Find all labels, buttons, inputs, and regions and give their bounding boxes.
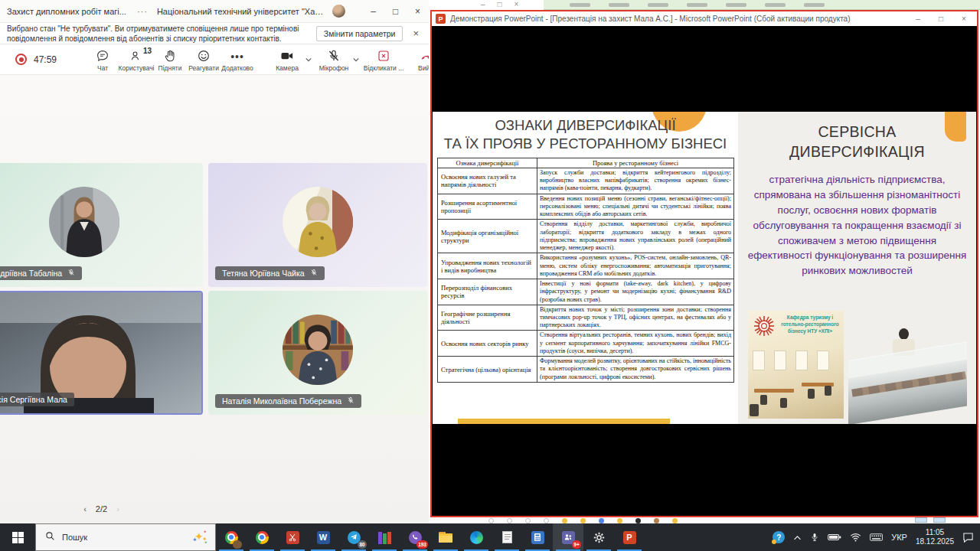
taskbar-telegram-icon[interactable]: 80 bbox=[338, 523, 369, 551]
participant-tile[interactable]: на Андріївна Табаліна bbox=[0, 163, 203, 287]
chat-icon bbox=[96, 47, 109, 63]
taskbar-file-explorer-icon[interactable] bbox=[430, 523, 461, 551]
react-smiley-icon bbox=[197, 47, 211, 63]
clock-emoji-icon[interactable] bbox=[507, 518, 512, 523]
camera-button[interactable]: Камера bbox=[268, 47, 306, 72]
participant-tile-active-speaker[interactable]: астасія Сергіївна Мала bbox=[0, 291, 203, 415]
table-row: Розширення асортиментної пропозиціїВведе… bbox=[438, 194, 734, 220]
minimize-button[interactable]: – bbox=[362, 0, 384, 23]
taskbar-settings-icon[interactable] bbox=[583, 523, 614, 551]
meeting-timer: 47:59 bbox=[34, 54, 57, 65]
clock-date: 18.12.2025 bbox=[916, 537, 954, 547]
microphone-button[interactable]: Мікрофон bbox=[314, 47, 354, 72]
start-button[interactable] bbox=[0, 523, 35, 551]
help-tray-icon[interactable]: ? bbox=[773, 531, 785, 543]
slide: ОЗНАКИ ДИВЕРСИФІКАЦІЇ ТА ЇХ ПРОЯВ У РЕСТ… bbox=[433, 112, 976, 424]
mic-muted-icon bbox=[347, 396, 354, 406]
recall-control-button[interactable]: Відкликати ... bbox=[361, 47, 406, 72]
dismiss-notification-icon[interactable]: × bbox=[403, 28, 429, 39]
powerpoint-share-region: – □ × P Демонстрация PowerPoint - [Презе… bbox=[429, 0, 980, 523]
department-cafe-photo: Кафедра туризму і готельно-ресторанного … bbox=[748, 311, 844, 419]
ppt-maximize-button[interactable]: □ bbox=[932, 15, 950, 23]
tab-more-icon[interactable]: ··· bbox=[137, 7, 148, 16]
battery-tray-icon[interactable] bbox=[828, 533, 841, 542]
participant-avatar bbox=[49, 187, 119, 257]
pinned-apps: W 80 193 bbox=[216, 523, 645, 551]
smiley-emoji-icon[interactable] bbox=[672, 518, 678, 523]
ppt-minimize-button[interactable]: – bbox=[909, 15, 927, 23]
action-center-icon[interactable] bbox=[962, 532, 974, 543]
desktop-screen: Захист дипломних робіт магі... ··· Націо… bbox=[0, 0, 980, 551]
table-row: Географічне розширення діяльностіВідкрит… bbox=[438, 305, 734, 331]
close-button[interactable]: × bbox=[407, 0, 429, 23]
bg-minimize-button[interactable]: – bbox=[481, 0, 485, 8]
bg-maximize-button[interactable]: □ bbox=[498, 0, 502, 8]
slide-right-panel: СЕРВІСНА ДИВЕРСИФІКАЦІЯ стратегічна діял… bbox=[738, 112, 976, 424]
maximize-button[interactable]: □ bbox=[384, 0, 407, 23]
dark-emoji-icon[interactable] bbox=[635, 518, 641, 523]
participant-avatar bbox=[283, 315, 353, 385]
teams-meeting-window: Захист дипломних робіт магі... ··· Націо… bbox=[0, 0, 429, 523]
taskbar-snipping-tool-icon[interactable] bbox=[277, 523, 308, 551]
brown-emoji-icon[interactable] bbox=[654, 518, 659, 523]
taskbar-viber-icon[interactable]: 193 bbox=[400, 523, 430, 551]
recording-indicator-icon bbox=[15, 54, 27, 65]
previous-page-arrow[interactable]: ‹ bbox=[83, 504, 87, 514]
taskbar-calculator-icon[interactable] bbox=[522, 523, 553, 551]
participant-tile[interactable]: Тетяна Юріївна Чайка bbox=[208, 163, 427, 287]
viber-badge: 193 bbox=[416, 540, 428, 549]
table-row: Стратегічна (цільова) орієнтаціяФормуван… bbox=[438, 357, 734, 383]
diversification-table: Ознака диверсифікації Проява у ресторанн… bbox=[437, 158, 734, 383]
table-row: Упровадження нових технологій і видів ви… bbox=[438, 253, 734, 279]
wifi-tray-icon[interactable] bbox=[850, 533, 861, 542]
clock-emoji-icon[interactable] bbox=[488, 518, 494, 523]
taskbar-winrar-icon[interactable] bbox=[369, 523, 400, 551]
taskbar-clock[interactable]: 11:05 18.12.2025 bbox=[916, 528, 954, 547]
taskbar-notepad-icon[interactable] bbox=[492, 523, 522, 551]
clock-emoji-icon[interactable] bbox=[525, 518, 531, 523]
service-diversification-definition: стратегічна діяльність підприємства, спр… bbox=[738, 172, 976, 279]
meeting-toolbar: 47:59 Чат 13 Користувачі bbox=[0, 44, 429, 75]
next-page-arrow[interactable]: › bbox=[116, 504, 119, 514]
change-settings-button[interactable]: Змінити параметри bbox=[316, 26, 403, 41]
slide-title: ОЗНАКИ ДИВЕРСИФІКАЦІЇ ТА ЇХ ПРОЯВ У РЕСТ… bbox=[433, 116, 738, 154]
background-mini-icons bbox=[915, 517, 946, 523]
taskbar-chrome-profile1-icon[interactable] bbox=[216, 523, 247, 551]
cancel-box-icon bbox=[377, 47, 390, 63]
more-options-button[interactable]: ••• Додатково bbox=[220, 47, 254, 72]
ppt-close-button[interactable]: × bbox=[955, 15, 973, 23]
smiley-emoji-icon[interactable] bbox=[562, 518, 567, 523]
raise-hand-button[interactable]: Підняти bbox=[153, 47, 187, 72]
slide-left-panel: ОЗНАКИ ДИВЕРСИФІКАЦІЇ ТА ЇХ ПРОЯВ У РЕСТ… bbox=[433, 112, 738, 424]
taskbar-word-icon[interactable]: W bbox=[308, 523, 338, 551]
teams-meeting-tab[interactable]: Захист дипломних робіт магі... bbox=[0, 7, 126, 16]
taskbar-search-box[interactable]: Пошук ✦ ✦ ✦ ● ● bbox=[35, 523, 216, 551]
slideshow-stage[interactable]: ОЗНАКИ ДИВЕРСИФІКАЦІЇ ТА ЇХ ПРОЯВ У РЕСТ… bbox=[432, 26, 977, 516]
clock-time: 11:05 bbox=[916, 528, 954, 538]
smiley-emoji-icon[interactable] bbox=[617, 518, 622, 523]
bg-close-button[interactable]: × bbox=[514, 0, 519, 8]
chat-button[interactable]: Чат bbox=[86, 47, 119, 72]
user-avatar[interactable] bbox=[332, 5, 345, 18]
touch-keyboard-tray-icon[interactable] bbox=[870, 533, 883, 542]
taskbar-powerpoint-icon[interactable]: P bbox=[614, 523, 645, 551]
show-hidden-icons-chevron[interactable] bbox=[793, 534, 802, 541]
taskbar-edge-icon[interactable] bbox=[461, 523, 492, 551]
smiley-emoji-icon[interactable] bbox=[580, 518, 586, 523]
clock-emoji-icon[interactable] bbox=[544, 518, 549, 523]
microphone-tray-icon[interactable] bbox=[810, 532, 819, 543]
search-placeholder-text: Пошук bbox=[62, 533, 87, 542]
taskbar-teams-icon[interactable]: 9+ bbox=[553, 523, 583, 551]
participants-icon bbox=[129, 47, 143, 63]
video-stage: на Андріївна Табаліна Тетяна Юріївна Чай… bbox=[0, 75, 429, 523]
react-button[interactable]: Реагувати bbox=[187, 47, 220, 72]
windows-taskbar: Пошук ✦ ✦ ✦ ● ● W 80 bbox=[0, 523, 980, 551]
taskbar-chrome-profile2-icon[interactable] bbox=[247, 523, 277, 551]
participants-button[interactable]: 13 Користувачі bbox=[119, 47, 153, 72]
language-indicator[interactable]: УКР bbox=[891, 533, 907, 542]
copilot-sparkle-icon[interactable]: ✦ ✦ ✦ ● ● bbox=[192, 530, 207, 545]
leave-meeting-button[interactable]: Вийти bbox=[418, 47, 429, 72]
participant-tile[interactable]: Наталія Миколаївна Побережна bbox=[208, 291, 427, 415]
blue-emoji-icon[interactable] bbox=[599, 518, 604, 523]
table-row: Освоєння нових секторів ринкуСтворення в… bbox=[438, 331, 734, 357]
